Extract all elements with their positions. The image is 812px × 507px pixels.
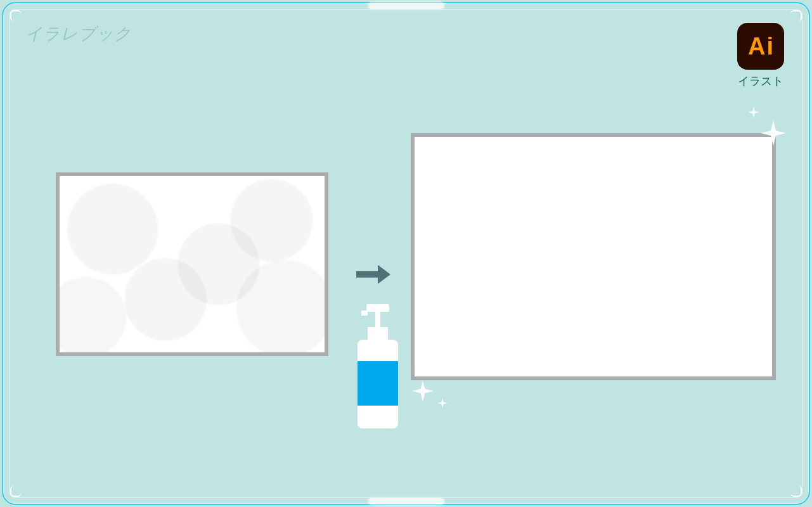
frame-strip-bottom — [368, 498, 444, 504]
illustrator-icon-letter-a: A — [748, 34, 765, 58]
frame-corner-tr — [790, 10, 802, 22]
svg-marker-4 — [412, 380, 434, 402]
illustrator-badge-label: イラスト — [737, 74, 784, 89]
arrow-right-icon — [356, 265, 390, 286]
before-card-dirty — [56, 172, 328, 356]
site-watermark: イラレブック — [25, 23, 132, 45]
illustrator-badge: A i イラスト — [737, 23, 784, 89]
sparkle-icon — [748, 106, 759, 118]
dispenser-cap — [366, 304, 389, 312]
svg-marker-2 — [761, 120, 786, 146]
illustrator-icon: A i — [737, 23, 784, 70]
soap-dispenser-icon — [352, 304, 403, 431]
dispenser-neck — [368, 327, 388, 341]
frame-strip-top — [368, 3, 444, 9]
frame-corner-br — [790, 485, 802, 497]
sparkle-icon — [437, 398, 448, 408]
dispenser-label — [358, 361, 398, 406]
svg-marker-1 — [378, 265, 390, 284]
dispenser-nozzle — [361, 311, 368, 316]
dispenser-pump — [375, 312, 380, 327]
illustrator-icon-letter-i: i — [766, 34, 773, 58]
illustration-stage: イラレブック A i イラスト — [0, 0, 812, 507]
frame-corner-bl — [10, 485, 22, 497]
svg-marker-5 — [437, 398, 448, 408]
frame-corner-tl — [10, 10, 22, 22]
sparkle-icon — [412, 380, 434, 402]
after-card-clean — [411, 133, 776, 380]
sparkle-icon — [761, 120, 786, 146]
svg-rect-0 — [356, 271, 378, 278]
svg-marker-3 — [748, 106, 759, 118]
